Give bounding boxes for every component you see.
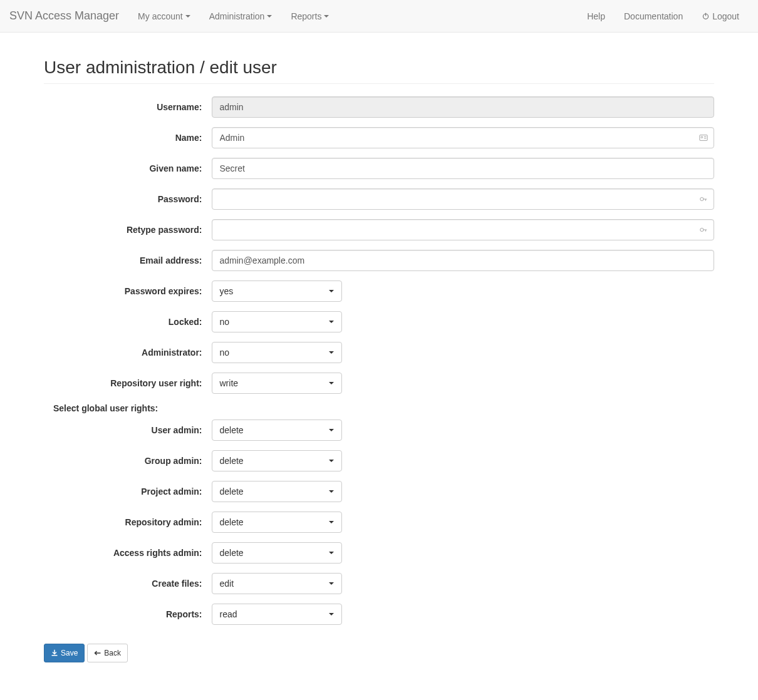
global-rights-section-label: Select global user rights: bbox=[44, 403, 167, 413]
repo-user-right-value: write bbox=[220, 378, 239, 388]
retype-password-label: Retype password: bbox=[44, 225, 212, 235]
svg-rect-12 bbox=[52, 655, 58, 656]
nav-administration-label: Administration bbox=[209, 11, 265, 21]
user-admin-value: delete bbox=[220, 425, 244, 435]
save-button[interactable]: Save bbox=[44, 644, 85, 662]
svg-point-3 bbox=[701, 136, 703, 138]
project-admin-select[interactable]: delete bbox=[212, 481, 342, 502]
nav-help[interactable]: Help bbox=[578, 2, 615, 31]
nav-my-account-label: My account bbox=[138, 11, 183, 21]
password-expires-label: Password expires: bbox=[44, 286, 212, 296]
name-label: Name: bbox=[44, 133, 212, 143]
nav-reports-label: Reports bbox=[291, 11, 321, 21]
group-admin-value: delete bbox=[220, 456, 244, 466]
top-navbar: SVN Access Manager My account Administra… bbox=[0, 0, 758, 33]
svg-rect-2 bbox=[700, 135, 707, 141]
reports-right-value: read bbox=[220, 609, 237, 619]
repository-admin-select[interactable]: delete bbox=[212, 512, 342, 533]
nav-logout[interactable]: Logout bbox=[692, 2, 749, 31]
caret-down-icon bbox=[329, 613, 334, 615]
givenname-label: Given name: bbox=[44, 163, 212, 173]
project-admin-value: delete bbox=[220, 486, 244, 497]
username-label: Username: bbox=[44, 102, 212, 112]
page-title: User administration / edit user bbox=[44, 58, 714, 78]
administrator-value: no bbox=[220, 347, 230, 358]
caret-down-icon bbox=[329, 582, 334, 585]
name-field[interactable] bbox=[212, 127, 715, 148]
repository-admin-value: delete bbox=[220, 517, 244, 527]
svg-point-9 bbox=[700, 228, 703, 231]
group-admin-select[interactable]: delete bbox=[212, 450, 342, 471]
reports-right-label: Reports: bbox=[44, 609, 212, 619]
repo-user-right-select[interactable]: write bbox=[212, 373, 342, 394]
caret-down-icon bbox=[329, 521, 334, 523]
contact-card-icon bbox=[699, 133, 708, 142]
caret-down-icon bbox=[329, 382, 334, 384]
create-files-label: Create files: bbox=[44, 579, 212, 589]
password-expires-select[interactable]: yes bbox=[212, 281, 342, 302]
arrow-left-icon bbox=[94, 649, 101, 657]
locked-label: Locked: bbox=[44, 317, 212, 327]
navbar-left: My account Administration Reports bbox=[128, 2, 338, 31]
caret-down-icon bbox=[185, 15, 190, 18]
repository-admin-label: Repository admin: bbox=[44, 517, 212, 527]
svg-point-6 bbox=[700, 197, 703, 200]
group-admin-label: Group admin: bbox=[44, 456, 212, 466]
password-label: Password: bbox=[44, 194, 212, 204]
nav-logout-label: Logout bbox=[712, 11, 739, 21]
download-icon bbox=[51, 649, 58, 657]
password-expires-value: yes bbox=[220, 286, 234, 296]
caret-down-icon bbox=[267, 15, 272, 18]
caret-down-icon bbox=[329, 460, 334, 462]
edit-user-form: Username: Name: Given name: Password: bbox=[44, 96, 714, 662]
administrator-label: Administrator: bbox=[44, 347, 212, 358]
email-field[interactable] bbox=[212, 250, 715, 271]
project-admin-label: Project admin: bbox=[44, 486, 212, 497]
page-header: User administration / edit user bbox=[44, 33, 714, 84]
caret-down-icon bbox=[329, 429, 334, 431]
create-files-select[interactable]: edit bbox=[212, 573, 342, 594]
navbar-right: Help Documentation Logout bbox=[578, 2, 749, 31]
administrator-select[interactable]: no bbox=[212, 342, 342, 363]
access-rights-admin-select[interactable]: delete bbox=[212, 542, 342, 564]
navbar-brand[interactable]: SVN Access Manager bbox=[9, 0, 128, 32]
user-admin-select[interactable]: delete bbox=[212, 419, 342, 441]
key-icon bbox=[699, 225, 708, 234]
reports-right-select[interactable]: read bbox=[212, 604, 342, 625]
locked-value: no bbox=[220, 317, 230, 327]
access-rights-admin-value: delete bbox=[220, 548, 244, 558]
back-button[interactable]: Back bbox=[87, 644, 128, 662]
caret-down-icon bbox=[329, 490, 334, 493]
caret-down-icon bbox=[329, 552, 334, 554]
caret-down-icon bbox=[324, 15, 329, 18]
caret-down-icon bbox=[329, 351, 334, 354]
create-files-value: edit bbox=[220, 579, 234, 589]
givenname-field[interactable] bbox=[212, 158, 715, 179]
password-field[interactable] bbox=[212, 188, 715, 210]
repo-user-right-label: Repository user right: bbox=[44, 378, 212, 388]
caret-down-icon bbox=[329, 321, 334, 323]
caret-down-icon bbox=[329, 290, 334, 292]
retype-password-field[interactable] bbox=[212, 219, 715, 240]
username-field bbox=[212, 96, 715, 118]
nav-reports[interactable]: Reports bbox=[281, 2, 338, 31]
access-rights-admin-label: Access rights admin: bbox=[44, 548, 212, 558]
nav-documentation[interactable]: Documentation bbox=[615, 2, 692, 31]
locked-select[interactable]: no bbox=[212, 311, 342, 332]
email-label: Email address: bbox=[44, 255, 212, 265]
power-icon bbox=[702, 12, 710, 20]
save-button-label: Save bbox=[61, 647, 78, 659]
user-admin-label: User admin: bbox=[44, 425, 212, 435]
key-icon bbox=[699, 195, 708, 203]
back-button-label: Back bbox=[104, 647, 121, 659]
nav-administration[interactable]: Administration bbox=[200, 2, 282, 31]
nav-my-account[interactable]: My account bbox=[128, 2, 200, 31]
